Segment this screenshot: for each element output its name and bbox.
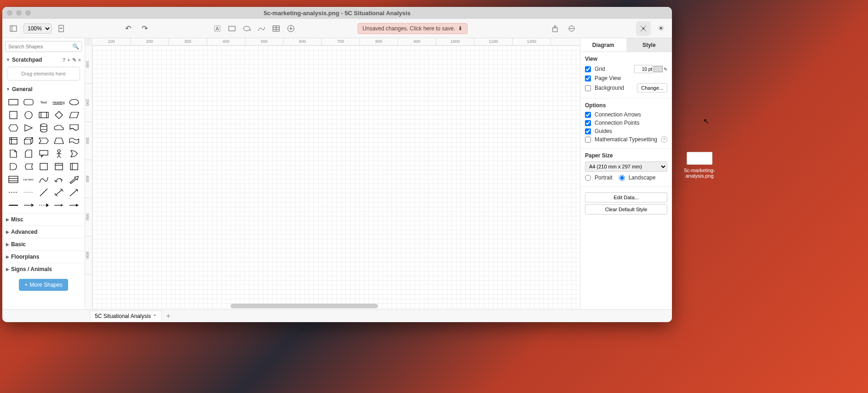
change-bg-button[interactable]: Change... bbox=[637, 83, 667, 92]
shape-circle[interactable] bbox=[21, 109, 35, 121]
more-shapes-button[interactable]: + More Shapes bbox=[19, 279, 68, 291]
edit-data-button[interactable]: Edit Data... bbox=[585, 192, 667, 202]
tab-style[interactable]: Style bbox=[626, 38, 672, 52]
shape-hexagon[interactable] bbox=[6, 122, 20, 134]
chevron-up-icon[interactable]: ⌃ bbox=[153, 314, 156, 319]
shape-ellipse[interactable] bbox=[67, 96, 81, 108]
shape-list-item[interactable]: List Item bbox=[21, 173, 35, 185]
rect-tool-icon[interactable] bbox=[226, 22, 238, 35]
shape-trapezoid[interactable] bbox=[52, 135, 66, 147]
shape-card[interactable] bbox=[21, 148, 35, 160]
maximize-window-icon[interactable] bbox=[25, 10, 31, 16]
color-picker-icon[interactable]: ✎ bbox=[664, 67, 667, 72]
scratchpad-dropzone[interactable]: Drag elements here bbox=[7, 67, 80, 81]
theme-icon[interactable]: ☀ bbox=[654, 22, 667, 35]
category-misc[interactable]: ▶Misc bbox=[2, 213, 85, 225]
shape-connector-filled[interactable] bbox=[67, 199, 81, 211]
category-basic[interactable]: ▶Basic bbox=[2, 238, 85, 250]
shape-callout[interactable] bbox=[36, 148, 51, 160]
shape-diamond[interactable] bbox=[52, 109, 66, 121]
shape-rounded-rect[interactable] bbox=[21, 96, 35, 108]
shape-text[interactable]: Text bbox=[36, 96, 51, 108]
background-checkbox[interactable] bbox=[585, 85, 591, 91]
shape-cube[interactable] bbox=[21, 135, 35, 147]
shape-and[interactable] bbox=[6, 161, 20, 173]
shape-cloud[interactable] bbox=[52, 122, 66, 134]
scratchpad-help-icon[interactable]: ? bbox=[62, 57, 65, 63]
shape-process[interactable] bbox=[36, 109, 51, 121]
zoom-select[interactable]: 100% bbox=[23, 23, 52, 34]
close-window-icon[interactable] bbox=[7, 10, 12, 16]
shape-arrow-wide[interactable] bbox=[67, 173, 81, 185]
shape-arrow-single[interactable] bbox=[67, 186, 81, 198]
grid-checkbox[interactable] bbox=[585, 66, 591, 72]
ellipse-tool-icon[interactable]: + bbox=[240, 22, 253, 35]
text-tool-icon[interactable]: A bbox=[211, 22, 224, 35]
shape-connector-solid[interactable] bbox=[6, 199, 20, 211]
shape-arrow-bi-curve[interactable] bbox=[52, 173, 66, 185]
horizontal-scrollbar[interactable] bbox=[231, 304, 378, 308]
clear-style-button[interactable]: Clear Default Style bbox=[585, 204, 667, 214]
minimize-window-icon[interactable] bbox=[16, 10, 22, 16]
undo-icon[interactable]: ↶ bbox=[122, 22, 134, 35]
redo-icon[interactable]: ↷ bbox=[138, 22, 151, 35]
new-page-icon[interactable]: + bbox=[55, 22, 68, 35]
shape-connector-thin-arrow[interactable] bbox=[52, 199, 66, 211]
general-header[interactable]: ▼ General bbox=[2, 84, 85, 94]
scratchpad-header[interactable]: ▼ Scratchpad ? + ✎ × bbox=[2, 55, 85, 65]
portrait-radio[interactable] bbox=[585, 175, 591, 181]
shape-cylinder[interactable] bbox=[36, 122, 51, 134]
shape-list[interactable] bbox=[6, 173, 20, 185]
shape-triangle[interactable] bbox=[21, 122, 35, 134]
shape-step[interactable] bbox=[36, 135, 51, 147]
grid-size-input[interactable] bbox=[634, 65, 653, 73]
shape-container-v[interactable] bbox=[67, 161, 81, 173]
landscape-radio[interactable] bbox=[619, 175, 625, 181]
tab-diagram[interactable]: Diagram bbox=[580, 38, 626, 52]
category-floorplans[interactable]: ▶Floorplans bbox=[2, 250, 85, 263]
guides-checkbox[interactable] bbox=[585, 128, 591, 134]
desktop-file[interactable]: 5c-marketing-analysis.png bbox=[681, 152, 718, 179]
shape-container-h[interactable] bbox=[52, 161, 66, 173]
toggle-sidebar-icon[interactable] bbox=[7, 22, 20, 35]
table-tool-icon[interactable] bbox=[270, 22, 283, 35]
shape-square[interactable] bbox=[6, 109, 20, 121]
category-signs-animals[interactable]: ▶Signs / Animals bbox=[2, 263, 85, 275]
category-advanced[interactable]: ▶Advanced bbox=[2, 225, 85, 238]
canvas-area[interactable]: 100200300400500600700800900100011001200 … bbox=[85, 38, 580, 309]
page-tab[interactable]: 5C Situational Analysis ⌃ bbox=[90, 311, 162, 321]
shape-curve[interactable] bbox=[36, 173, 51, 185]
search-icon[interactable]: 🔍 bbox=[72, 43, 79, 50]
shape-or[interactable] bbox=[67, 148, 81, 160]
help-icon[interactable]: ? bbox=[661, 136, 667, 143]
scratchpad-add-icon[interactable]: + bbox=[67, 57, 70, 63]
pageview-checkbox[interactable] bbox=[585, 75, 591, 81]
shape-note[interactable] bbox=[6, 148, 20, 160]
shape-actor[interactable] bbox=[52, 148, 66, 160]
shape-line-dashed[interactable] bbox=[6, 186, 20, 198]
unsaved-banner[interactable]: Unsaved changes. Click here to save. ⬇ bbox=[358, 23, 468, 34]
scratchpad-close-icon[interactable]: × bbox=[78, 57, 81, 63]
conn-points-checkbox[interactable] bbox=[585, 120, 591, 126]
share-icon[interactable] bbox=[549, 22, 561, 35]
math-checkbox[interactable] bbox=[585, 137, 591, 143]
shape-data-storage[interactable] bbox=[21, 161, 35, 173]
add-page-icon[interactable]: + bbox=[166, 312, 170, 320]
paper-size-select[interactable]: A4 (210 mm x 297 mm) bbox=[585, 162, 667, 172]
canvas-page[interactable] bbox=[93, 46, 580, 309]
format-panel-toggle-icon[interactable] bbox=[636, 21, 651, 36]
freehand-tool-icon[interactable] bbox=[255, 22, 268, 35]
shape-tape[interactable] bbox=[67, 135, 81, 147]
scratchpad-edit-icon[interactable]: ✎ bbox=[72, 57, 76, 63]
conn-arrows-checkbox[interactable] bbox=[585, 112, 591, 118]
shape-line-diag[interactable] bbox=[36, 186, 51, 198]
shape-rectangle[interactable] bbox=[6, 96, 20, 108]
shape-document[interactable] bbox=[67, 122, 81, 134]
shape-heading[interactable]: Heading bbox=[52, 96, 66, 108]
shape-connector-dash-arrow[interactable] bbox=[36, 199, 51, 211]
shape-connector-arrow[interactable] bbox=[21, 199, 35, 211]
shape-internal-storage[interactable] bbox=[6, 135, 20, 147]
shape-arrow-bi[interactable] bbox=[52, 186, 66, 198]
shape-container[interactable] bbox=[36, 161, 51, 173]
comments-icon[interactable] bbox=[565, 22, 578, 35]
